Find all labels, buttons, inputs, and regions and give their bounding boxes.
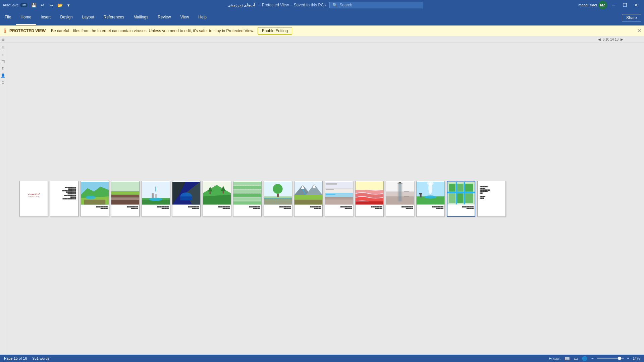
zoom-slider[interactable] — [597, 358, 624, 359]
thumbnail-3[interactable]: ██████████████████████████ — [80, 181, 109, 217]
thumbnail-2[interactable]: ████████████████████████████████████████… — [50, 181, 78, 217]
read-view-icon[interactable]: 📖 — [564, 356, 571, 361]
focus-button[interactable]: Focus — [548, 356, 561, 361]
tab-design[interactable]: Design — [55, 10, 77, 25]
undo-button[interactable]: ↩ — [39, 1, 46, 9]
tab-review[interactable]: Review — [153, 10, 175, 25]
title-sep2: – — [290, 3, 292, 7]
svg-marker-28 — [203, 195, 231, 204]
svg-rect-9 — [111, 200, 139, 205]
web-view-icon[interactable]: 🌐 — [581, 356, 588, 361]
tab-mailings[interactable]: Mailings — [129, 10, 153, 25]
svg-rect-3 — [84, 200, 105, 205]
sidebar-icon-2[interactable]: ↕ — [1, 53, 5, 57]
protected-view-message: Be careful—files from the Internet can c… — [51, 28, 254, 33]
page-counter: ◀ 6 10 14 18 ▶ — [597, 38, 624, 41]
svg-rect-37 — [233, 193, 261, 197]
svg-point-86 — [424, 195, 436, 199]
thumbnail-7[interactable]: ██████████████████████████ — [203, 181, 231, 217]
thumbnail-4[interactable]: ██████████████████████████ — [111, 181, 140, 217]
thumbnail-9[interactable]: ██████████████████████████ — [264, 181, 292, 217]
thumbnail-1[interactable]: آب‌های زیرزمینی موضوع: آب‌های زیرزمینی — [19, 181, 48, 217]
svg-rect-71 — [356, 182, 383, 190]
svg-rect-45 — [264, 198, 292, 201]
thumbnail-16[interactable]: ████████████████████████████████████████… — [477, 181, 506, 217]
svg-rect-98 — [456, 182, 457, 204]
svg-rect-94 — [449, 193, 455, 203]
tab-view[interactable]: View — [176, 10, 194, 25]
svg-rect-38 — [233, 197, 261, 201]
restore-button[interactable]: ❐ — [620, 0, 630, 10]
redo-button[interactable]: ↪ — [48, 1, 55, 9]
titlebar: AutoSave Off 💾 ↩ ↪ 📂 ▾ آب‌های زیرزمینی –… — [0, 0, 644, 10]
autosave-off[interactable]: Off — [20, 3, 28, 7]
saved-label: Saved to this PC — [294, 3, 324, 7]
sidebar-icon-1[interactable]: ⊞ — [1, 46, 5, 50]
zoom-out-icon[interactable]: − — [591, 356, 593, 360]
svg-rect-93 — [465, 184, 473, 192]
tab-help[interactable]: Help — [194, 10, 211, 25]
thumbnail-13[interactable]: ██████████████████████████ — [386, 181, 414, 217]
thumbnail-8[interactable]: ██████████████████████████ — [233, 181, 262, 217]
svg-rect-30 — [210, 191, 211, 194]
sidebar-icon-6[interactable]: ⊙ — [1, 80, 5, 85]
sidebar-icon-4[interactable]: ⇕ — [1, 66, 5, 71]
svg-rect-19 — [155, 194, 157, 198]
page-info: Page 15 of 16 — [4, 356, 27, 360]
protected-view-icon: ℹ — [4, 27, 6, 34]
svg-rect-32 — [223, 191, 224, 193]
svg-rect-6 — [111, 191, 139, 195]
svg-point-85 — [427, 181, 434, 185]
tab-references[interactable]: References — [99, 10, 129, 25]
tab-insert[interactable]: Insert — [36, 10, 55, 25]
save-button[interactable]: 💾 — [30, 1, 38, 9]
tab-file[interactable]: File — [0, 10, 16, 25]
tab-home[interactable]: Home — [16, 10, 36, 25]
svg-point-47 — [273, 184, 282, 194]
svg-rect-8 — [111, 197, 139, 200]
svg-rect-91 — [449, 184, 455, 192]
ribbon: File Home Insert Design Layout Reference… — [0, 10, 644, 25]
thumbnail-5[interactable]: ██████████████████████████ — [142, 181, 170, 217]
svg-rect-35 — [233, 186, 261, 189]
thumbnail-15[interactable]: ██████████████████████████ — [447, 181, 475, 217]
thumbnail-14[interactable]: ██████████████████████████ — [416, 181, 445, 217]
thumbnail-10[interactable]: ██████████████████████████ — [294, 181, 323, 217]
page-nav-left[interactable]: ◀ — [597, 38, 601, 41]
svg-rect-67 — [326, 189, 334, 190]
close-button[interactable]: ✕ — [631, 0, 641, 10]
svg-rect-68 — [326, 194, 335, 195]
thumbnail-11[interactable]: ██████████████████████████ — [325, 181, 353, 217]
titlebar-left: AutoSave Off 💾 ↩ ↪ 📂 ▾ — [3, 1, 72, 9]
sidebar-icon-5[interactable]: 👤 — [1, 73, 5, 78]
page-nav-right[interactable]: ▶ — [620, 38, 624, 41]
svg-rect-60 — [325, 193, 353, 197]
ruler-toggle-icon[interactable]: ⊞ — [1, 37, 5, 42]
protected-view-title: PROTECTED VIEW — [9, 28, 46, 33]
svg-rect-36 — [233, 189, 261, 193]
close-protected-bar-button[interactable]: ✕ — [637, 28, 641, 34]
quick-access-toolbar: 💾 ↩ ↪ 📂 ▾ — [30, 1, 72, 9]
thumbnail-6[interactable]: ██████████████████████████ — [172, 181, 201, 217]
minimize-button[interactable]: ─ — [608, 0, 619, 10]
thumbnail-12[interactable]: ██████████████████████████ — [355, 181, 384, 217]
zoom-level[interactable]: 14% — [633, 356, 640, 360]
svg-rect-95 — [457, 193, 464, 203]
svg-point-4 — [86, 195, 96, 199]
print-view-icon[interactable]: ▭ — [573, 356, 579, 361]
dropdown-arrow[interactable]: ▾ — [324, 3, 326, 7]
sidebar-icon-3[interactable]: ◫ — [1, 59, 5, 64]
share-button[interactable]: Share — [622, 14, 641, 21]
customize-qat-button[interactable]: ▾ — [65, 1, 72, 9]
open-button[interactable]: 📂 — [56, 1, 64, 9]
enable-editing-button[interactable]: Enable Editing — [258, 27, 292, 35]
svg-rect-92 — [457, 184, 464, 192]
svg-rect-99 — [464, 182, 465, 204]
svg-rect-39 — [233, 201, 261, 205]
svg-rect-66 — [326, 183, 337, 185]
titlebar-center: آب‌های زیرزمینی – Protected View – Saved… — [72, 2, 579, 8]
search-bar: 🔍 — [329, 2, 423, 8]
search-input[interactable] — [339, 3, 407, 7]
tab-layout[interactable]: Layout — [77, 10, 99, 25]
zoom-in-icon[interactable]: + — [627, 356, 629, 360]
